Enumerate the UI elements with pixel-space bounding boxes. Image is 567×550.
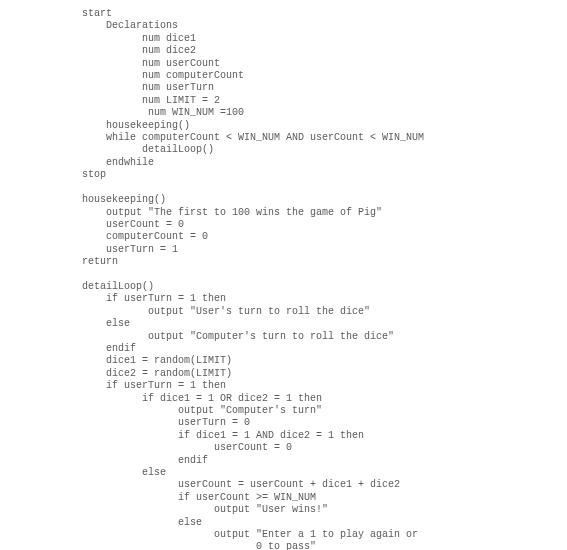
pseudocode-listing: start Declarations num dice1 num dice2 n… [0,0,567,550]
